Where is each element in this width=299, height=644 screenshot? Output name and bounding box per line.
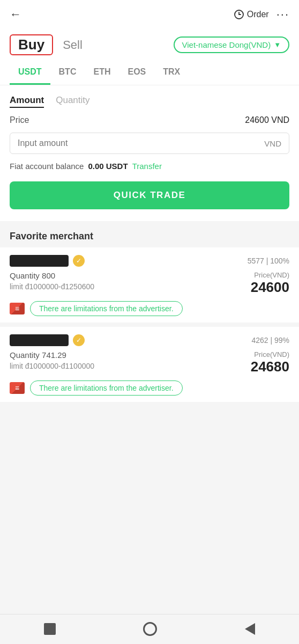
limitation-text: There are limitations from the advertise… — [30, 301, 183, 316]
currency-label: Viet-namese Dong(VND) — [182, 40, 271, 49]
merchant-card: ✓ 4262 | 99% Quantity 741.29 limit đ1000… — [0, 327, 299, 402]
verified-icon: ✓ — [73, 334, 85, 346]
nav-home-icon[interactable] — [143, 622, 157, 636]
price-label: Price — [10, 115, 29, 125]
tab-usdt[interactable]: USDT — [10, 61, 50, 85]
tab-eth[interactable]: ETH — [85, 61, 119, 85]
more-button[interactable]: ··· — [276, 8, 289, 21]
merchant-name — [10, 334, 69, 346]
merchant-top: ✓ 4262 | 99% — [10, 334, 289, 346]
amount-input[interactable] — [18, 138, 264, 148]
order-icon — [234, 9, 244, 20]
limitation-icon — [10, 382, 25, 394]
merchant-details: Quantity 800 limit đ1000000-đ1250600 Pri… — [10, 271, 289, 296]
limitation-banner: There are limitations from the advertise… — [10, 301, 289, 316]
tab-trx[interactable]: TRX — [154, 61, 189, 85]
merchant-stats: 4262 | 99% — [251, 336, 289, 345]
limitation-icon — [10, 303, 25, 314]
quick-trade-button[interactable]: QUICK TRADE — [10, 181, 289, 209]
merchant-quantity: Quantity 800 — [10, 271, 94, 280]
merchant-card: ✓ 5577 | 100% Quantity 800 limit đ100000… — [0, 247, 299, 323]
header: ← Order ··· — [0, 0, 299, 29]
sell-tab[interactable]: Sell — [63, 38, 83, 52]
crypto-tabs: USDT BTC ETH EOS TRX — [0, 61, 299, 85]
nav-back-icon[interactable] — [245, 623, 255, 635]
merchant-stats: 5577 | 100% — [248, 257, 289, 265]
header-left: ← — [10, 8, 21, 21]
buy-sell-row: Buy Sell Viet-namese Dong(VND) ▼ — [0, 29, 299, 61]
merchant-price-label: Price(VND) — [251, 350, 289, 358]
favorite-merchant-title: Favorite merchant — [0, 221, 299, 247]
header-right: Order ··· — [234, 8, 289, 21]
merchant-price-label: Price(VND) — [251, 271, 289, 279]
nav-square-icon[interactable] — [44, 623, 56, 635]
merchant-quantity: Quantity 741.29 — [10, 350, 94, 360]
price-row: Price 24600 VND — [10, 115, 289, 125]
verified-icon: ✓ — [73, 255, 85, 267]
limitation-text: There are limitations from the advertise… — [30, 380, 183, 396]
merchant-top: ✓ 5577 | 100% — [10, 255, 289, 267]
amount-input-row: VND — [10, 133, 289, 154]
merchant-limit: limit đ1000000-đ1100000 — [10, 362, 94, 370]
order-label: Order — [247, 10, 269, 19]
merchant-right: Price(VND) 24600 — [251, 271, 289, 296]
transfer-link[interactable]: Transfer — [132, 162, 162, 171]
currency-dropdown[interactable]: Viet-namese Dong(VND) ▼ — [174, 36, 290, 53]
dropdown-arrow-icon: ▼ — [274, 41, 281, 49]
merchant-price-value: 24600 — [251, 279, 289, 296]
merchant-name — [10, 255, 69, 267]
limitation-banner: There are limitations from the advertise… — [10, 380, 289, 396]
merchant-info: ✓ — [10, 334, 85, 346]
quantity-tab[interactable]: Quantity — [56, 95, 89, 108]
input-currency-label: VND — [264, 139, 281, 148]
buy-tab[interactable]: Buy — [10, 34, 53, 55]
merchant-price-value: 24680 — [251, 358, 289, 375]
amount-tab[interactable]: Amount — [10, 95, 44, 108]
balance-row: Fiat account balance 0.00 USDT Transfer — [10, 162, 289, 171]
tab-btc[interactable]: BTC — [50, 61, 85, 85]
balance-label: Fiat account balance — [10, 162, 84, 171]
bottom-nav — [0, 614, 299, 644]
merchant-right: Price(VND) 24680 — [251, 350, 289, 375]
buy-sell-tabs: Buy Sell — [10, 34, 83, 55]
tab-eos[interactable]: EOS — [119, 61, 154, 85]
trade-card: Amount Quantity Price 24600 VND VND Fiat… — [0, 85, 299, 221]
balance-amount: 0.00 USDT — [88, 162, 128, 171]
price-value: 24600 VND — [245, 115, 289, 125]
merchant-left: Quantity 741.29 limit đ1000000-đ1100000 — [10, 350, 94, 370]
merchant-info: ✓ — [10, 255, 85, 267]
merchant-limit: limit đ1000000-đ1250600 — [10, 282, 94, 291]
back-button[interactable]: ← — [10, 8, 21, 21]
order-button[interactable]: Order — [234, 9, 269, 20]
merchant-details: Quantity 741.29 limit đ1000000-đ1100000 … — [10, 350, 289, 375]
amount-quantity-toggle: Amount Quantity — [10, 95, 289, 108]
merchant-left: Quantity 800 limit đ1000000-đ1250600 — [10, 271, 94, 291]
